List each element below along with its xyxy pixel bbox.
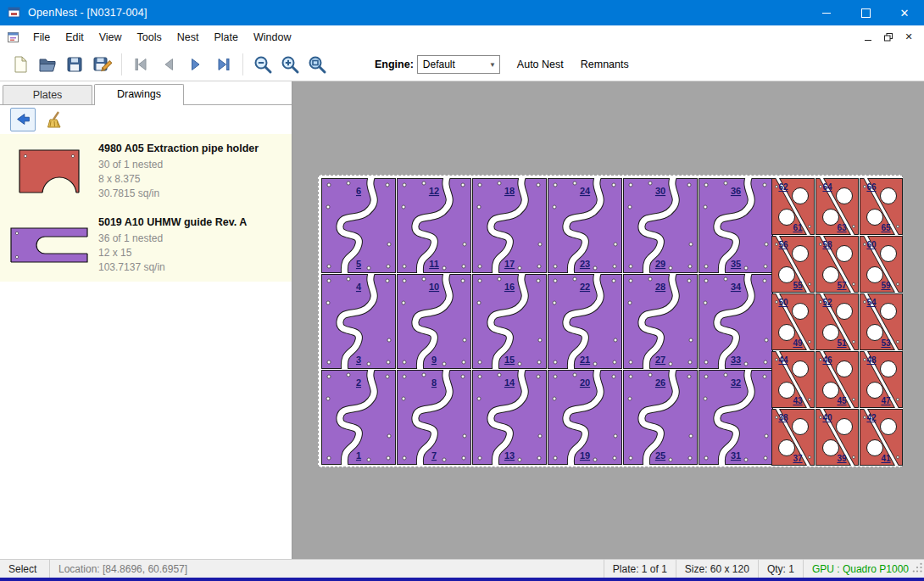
nav-prev-button[interactable] (155, 51, 182, 78)
close-button[interactable]: ✕ (885, 0, 924, 25)
nested-pair[interactable]: 58 57 (815, 236, 859, 293)
minimize-button[interactable] (807, 0, 846, 25)
svg-text:11: 11 (429, 259, 439, 269)
svg-text:47: 47 (881, 396, 891, 405)
nested-pair[interactable]: 34 33 (699, 274, 773, 369)
nested-pair[interactable]: 10 9 (397, 274, 471, 369)
mdi-restore-button[interactable] (878, 25, 899, 48)
nested-pair[interactable]: 14 13 (472, 370, 547, 465)
nested-pair[interactable]: 6 5 (321, 178, 396, 273)
svg-text:63: 63 (837, 223, 847, 232)
svg-text:59: 59 (881, 281, 891, 290)
nested-pair[interactable]: 60 59 (860, 236, 903, 293)
reload-drawings-button[interactable] (10, 108, 36, 131)
nested-pair[interactable]: 24 23 (548, 178, 622, 273)
main-toolbar: Engine: Default ▼ Auto Nest Remnants (0, 48, 924, 81)
svg-text:50: 50 (778, 298, 788, 307)
nested-pair[interactable]: 56 55 (771, 236, 815, 293)
menu-window[interactable]: Window (246, 28, 298, 47)
nested-pair[interactable]: 16 15 (472, 274, 547, 369)
nested-pair[interactable]: 36 35 (699, 178, 773, 273)
auto-nest-button[interactable]: Auto Nest (509, 54, 572, 75)
svg-text:16: 16 (504, 282, 515, 292)
nested-pair[interactable]: 40 39 (815, 409, 859, 466)
svg-text:30: 30 (655, 186, 665, 196)
save-button[interactable] (61, 51, 88, 78)
svg-text:13: 13 (504, 450, 515, 461)
status-qty: Qty: 1 (758, 560, 803, 578)
nested-pair[interactable]: 42 41 (860, 409, 903, 466)
nested-pair[interactable]: 28 27 (623, 274, 698, 369)
status-plate: Plate: 1 of 1 (604, 560, 676, 578)
nested-pair[interactable]: 66 65 (860, 178, 903, 235)
svg-text:58: 58 (822, 240, 832, 249)
nested-pair[interactable]: 30 29 (623, 178, 698, 273)
drawing-list-item[interactable]: 4980 A05 Extraction pipe holder 30 of 1 … (0, 134, 292, 208)
zoom-in-button[interactable] (276, 51, 303, 78)
svg-text:37: 37 (793, 454, 803, 463)
drawing-title: 5019 A10 UHMW guide Rev. A (98, 216, 247, 228)
mdi-minimize-button[interactable] (858, 25, 878, 48)
resize-grip-icon[interactable] (912, 562, 923, 576)
menu-tools[interactable]: Tools (130, 28, 170, 47)
svg-text:49: 49 (793, 338, 803, 348)
nested-pair[interactable]: 4 3 (321, 274, 396, 369)
nested-pair[interactable]: 46 45 (815, 351, 859, 408)
drawing-list-item[interactable]: 5019 A10 UHMW guide Rev. A 36 of 1 neste… (0, 208, 292, 282)
svg-text:55: 55 (793, 281, 803, 290)
nested-pair[interactable]: 2 1 (321, 370, 396, 465)
nested-pair[interactable]: 44 43 (771, 351, 815, 408)
drawing-thumbnail-red (5, 141, 93, 201)
nested-pair[interactable]: 54 53 (860, 293, 903, 350)
menu-plate[interactable]: Plate (206, 28, 246, 47)
nested-pair[interactable]: 18 17 (472, 178, 547, 273)
menu-edit[interactable]: Edit (58, 28, 92, 47)
nav-first-button[interactable] (128, 51, 155, 78)
nested-pair[interactable]: 52 51 (815, 293, 859, 350)
plate[interactable]: 6 5 12 11 18 17 24 23 30 29 (318, 175, 903, 467)
drawing-list: 4980 A05 Extraction pipe holder 30 of 1 … (0, 134, 292, 560)
nested-pair[interactable]: 26 25 (623, 370, 698, 465)
nav-last-button[interactable] (209, 51, 237, 78)
nested-pair[interactable]: 8 7 (397, 370, 471, 465)
nav-next-button[interactable] (182, 51, 209, 78)
remnants-button[interactable]: Remnants (572, 54, 637, 75)
tab-plates[interactable]: Plates (3, 85, 92, 104)
clear-drawings-button[interactable] (44, 109, 68, 131)
chevron-down-icon[interactable]: ▼ (486, 56, 499, 73)
open-button[interactable] (34, 51, 61, 78)
svg-text:4: 4 (356, 282, 362, 292)
status-bar: Select Location: [84.8696, 60.6957] Plat… (0, 559, 924, 578)
save-as-icon (92, 54, 112, 75)
nested-pair[interactable]: 48 47 (860, 351, 903, 408)
mdi-close-button[interactable]: ✕ (899, 25, 919, 48)
nested-pair[interactable]: 32 31 (699, 370, 773, 465)
nested-pair[interactable]: 12 11 (397, 178, 471, 273)
tab-drawings[interactable]: Drawings (94, 84, 184, 105)
broom-icon (47, 110, 65, 129)
nested-pair[interactable]: 20 19 (548, 370, 622, 465)
first-plate-icon (132, 55, 151, 74)
zoom-fit-button[interactable] (303, 51, 331, 78)
menu-bar: File Edit View Tools Nest Plate Window ✕ (0, 25, 924, 48)
nested-pair[interactable]: 50 49 (771, 293, 815, 350)
maximize-button[interactable] (846, 0, 885, 25)
engine-select[interactable]: Default ▼ (417, 55, 500, 74)
nested-pair[interactable]: 38 37 (771, 409, 815, 466)
nested-pair[interactable]: 22 21 (548, 274, 622, 369)
nest-canvas[interactable]: 6 5 12 11 18 17 24 23 30 29 (292, 81, 924, 560)
svg-text:38: 38 (778, 413, 788, 422)
menu-view[interactable]: View (92, 28, 130, 47)
nested-pair[interactable]: 62 61 (771, 178, 815, 235)
svg-text:3: 3 (356, 355, 361, 365)
purple-nest-grid: 6 5 12 11 18 17 24 23 30 29 (321, 178, 773, 465)
engine-label: Engine: (375, 59, 414, 70)
nested-pair[interactable]: 64 63 (815, 178, 859, 235)
save-as-button[interactable] (88, 51, 115, 78)
svg-text:64: 64 (822, 182, 832, 192)
menu-file[interactable]: File (25, 28, 58, 47)
new-button[interactable] (7, 51, 34, 78)
svg-text:44: 44 (778, 355, 788, 365)
menu-nest[interactable]: Nest (170, 28, 207, 47)
zoom-out-button[interactable] (249, 51, 276, 78)
